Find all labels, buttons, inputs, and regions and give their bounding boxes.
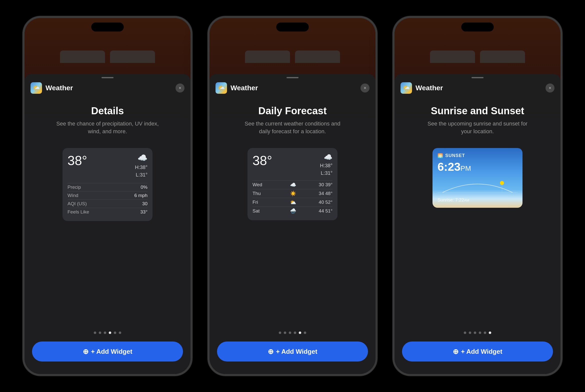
dot-2-4[interactable] [294, 332, 296, 334]
weather-app-icon-3: 🌤️ [400, 82, 412, 94]
page-dots-3 [464, 324, 491, 334]
add-widget-label-3: + Add Widget [461, 348, 502, 356]
add-widget-button-2[interactable]: ⊕ + Add Widget [217, 342, 368, 362]
sunset-icon: 🌅 [438, 153, 443, 158]
bg-tab [110, 50, 155, 63]
day-temps-fri: 40 52° [319, 200, 332, 205]
bg-widgets-3 [394, 50, 560, 63]
widget-title-3: Sunrise and Sunset [431, 105, 524, 116]
weather-app-icon-2: 🌤️ [216, 82, 227, 94]
bg-tab [245, 50, 290, 63]
widget-content-3: Sunrise and Sunset See the upcoming sunr… [394, 98, 560, 324]
dot-3-5[interactable] [484, 332, 486, 334]
dot-3-3[interactable] [474, 332, 476, 334]
details-row-feels: Feels Like 33° [68, 208, 148, 216]
phone-1-inner: 🌤️ Weather × Details See the chance of p… [24, 18, 190, 374]
dot-2-5[interactable] [299, 332, 301, 334]
forecast-temp: 38° [252, 153, 272, 168]
sheet-header-1: 🌤️ Weather × [24, 78, 190, 98]
dot-3-4[interactable] [479, 332, 481, 334]
details-row-precip: Precip 0% [68, 183, 148, 191]
close-button-1[interactable]: × [176, 84, 184, 92]
close-button-2[interactable]: × [360, 84, 370, 92]
sheet-header-2: 🌤️ Weather × [210, 78, 376, 98]
dot-2-1[interactable] [279, 332, 281, 334]
dot-3-1[interactable] [464, 332, 466, 334]
dynamic-island-1 [91, 22, 124, 32]
dot-1-1[interactable] [94, 332, 96, 334]
dot-2-6[interactable] [304, 332, 306, 334]
forecast-temp-row: 38° ☁️ H:38°L:31° [252, 153, 332, 177]
dot-1-3[interactable] [104, 332, 106, 334]
dot-1-2[interactable] [99, 332, 101, 334]
details-preview-widget: 38° ☁️ H:38°L:31° Precip 0% [62, 148, 152, 221]
forecast-hi-lo: H:38°L:31° [320, 162, 332, 177]
day-temps-sat: 44 51° [319, 208, 332, 214]
add-plus-icon-2: ⊕ [268, 348, 274, 356]
details-label-aqi: AQI (US) [68, 201, 87, 206]
details-temp: 38° [68, 153, 87, 168]
day-icon-wed: ☁️ [289, 182, 297, 188]
day-temps-wed: 30 39° [319, 182, 332, 188]
page-dots-2 [279, 324, 306, 334]
sunrise-preview-widget: 🌅 SUNSET 6:23PM [432, 148, 522, 208]
forecast-day-wed: Wed ☁️ 30 39° [252, 180, 332, 189]
phone-2-inner: 🌤️ Weather × Daily Forecast See the curr… [210, 18, 376, 374]
add-widget-button-3[interactable]: ⊕ + Add Widget [402, 342, 553, 362]
dot-1-5[interactable] [114, 332, 116, 334]
add-widget-label-1: + Add Widget [91, 348, 132, 356]
sunset-label: 🌅 SUNSET [438, 153, 518, 158]
sheet-app-name-2: Weather [230, 84, 360, 92]
day-temps-thu: 34 48° [319, 191, 332, 196]
widget-desc-2: See the current weather conditions and d… [240, 120, 345, 136]
details-value-precip: 0% [141, 184, 148, 190]
sheet-2: 🌤️ Weather × Daily Forecast See the curr… [210, 74, 376, 374]
bg-tab [430, 50, 475, 63]
dot-3-6[interactable] [489, 332, 491, 334]
svg-point-1 [500, 181, 504, 185]
details-cloud-icon: ☁️ [135, 153, 148, 162]
forecast-day-thu: Thu ☀️ 34 48° [252, 189, 332, 198]
forecast-day-fri: Fri ⛅ 40 52° [252, 198, 332, 206]
widget-content-2: Daily Forecast See the current weather c… [210, 98, 376, 324]
widget-content-1: Details See the chance of precipitation,… [24, 98, 190, 324]
dot-1-4[interactable] [109, 332, 111, 334]
phones-container: 🌤️ Weather × Details See the chance of p… [0, 0, 585, 392]
phone-1: 🌤️ Weather × Details See the chance of p… [22, 16, 192, 376]
sheet-app-name-3: Weather [416, 84, 546, 92]
details-value-feels: 33° [140, 209, 148, 215]
widget-title-2: Daily Forecast [258, 105, 326, 116]
dot-2-3[interactable] [289, 332, 291, 334]
sheet-1: 🌤️ Weather × Details See the chance of p… [24, 74, 190, 374]
sunrise-arc [438, 176, 518, 196]
bg-tab [60, 50, 105, 63]
details-label-wind: Wind [68, 193, 78, 198]
bg-widgets-1 [24, 50, 190, 63]
add-widget-label-2: + Add Widget [276, 348, 318, 356]
day-icon-thu: ☀️ [289, 190, 297, 196]
day-label-fri: Fri [252, 200, 268, 205]
dot-3-2[interactable] [469, 332, 471, 334]
sunset-time: 6:23PM [438, 160, 518, 174]
sheet-header-3: 🌤️ Weather × [394, 78, 560, 98]
details-label-feels: Feels Like [68, 209, 89, 215]
add-plus-icon-1: ⊕ [83, 348, 88, 356]
sheet-3: 🌤️ Weather × Sunrise and Sunset See the … [394, 74, 560, 374]
details-value-wind: 6 mph [134, 193, 148, 198]
bg-tab [295, 50, 340, 63]
forecast-cloud-icon: ☁️ [320, 153, 332, 161]
add-widget-button-1[interactable]: ⊕ + Add Widget [32, 342, 183, 362]
dot-2-2[interactable] [284, 332, 286, 334]
phone-3-inner: 🌤️ Weather × Sunrise and Sunset See the … [394, 18, 560, 374]
bg-widgets-2 [210, 50, 376, 63]
weather-app-icon-1: 🌤️ [30, 82, 42, 94]
widget-desc-1: See the chance of precipitation, UV inde… [55, 120, 160, 136]
widget-desc-3: See the upcoming sunrise and sunset for … [425, 120, 530, 136]
details-high: H:38°L:31° [135, 164, 148, 178]
dynamic-island-2 [276, 22, 309, 32]
close-button-3[interactable]: × [546, 84, 554, 92]
dot-1-6[interactable] [119, 332, 121, 334]
details-temp-row: 38° ☁️ H:38°L:31° [68, 153, 148, 178]
forecast-preview-widget: 38° ☁️ H:38°L:31° Wed ☁️ [248, 148, 338, 220]
day-label-sat: Sat [252, 208, 268, 214]
